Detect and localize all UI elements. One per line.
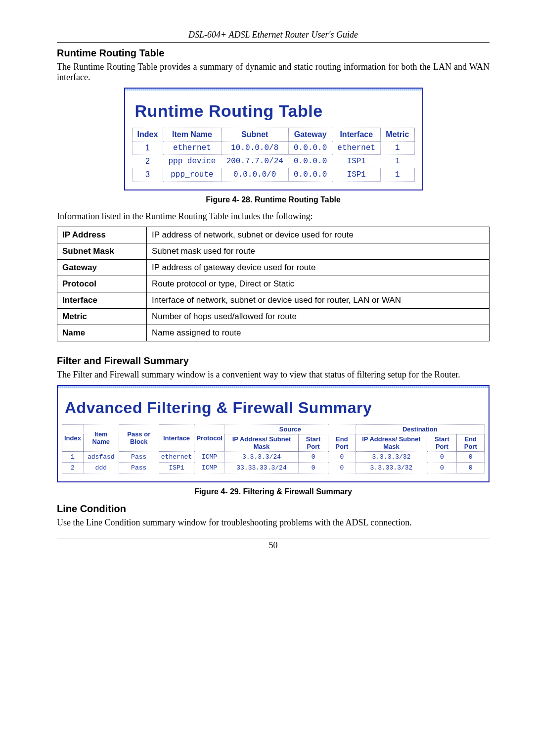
routing-cell: ISP1	[332, 155, 381, 168]
firewall-cell: 0	[457, 452, 485, 463]
routing-cell: 0.0.0.0	[288, 168, 332, 182]
definition-desc: Number of hops used/allowed for route	[147, 309, 490, 325]
page-number: 50	[57, 538, 490, 551]
firewall-cell: 0	[328, 452, 356, 463]
firewall-cell: ethernet	[159, 452, 194, 463]
fw-th-src-start: Start Port	[299, 434, 328, 452]
fw-th-dst-ip: IP Address/ Subnet Mask	[356, 434, 427, 452]
routing-row: 2ppp_device200.7.7.0/240.0.0.0ISP11	[132, 155, 414, 168]
firewall-cell: 2	[62, 463, 84, 473]
routing-th-interface: Interface	[332, 128, 381, 142]
definition-term: Name	[57, 325, 147, 341]
firewall-window: Advanced Filtering & Firewall Summary In…	[57, 385, 490, 482]
definition-row: ProtocolRoute protocol or type, Direct o…	[57, 276, 490, 292]
routing-cell: 1	[132, 142, 163, 155]
routing-window: Runtime Routing Table Index Item Name Su…	[124, 88, 423, 190]
routing-row: 3ppp_route0.0.0.0/00.0.0.0ISP11	[132, 168, 414, 182]
fw-th-src-ip: IP Address/ Subnet Mask	[224, 434, 298, 452]
fw-th-dst-end: End Port	[457, 434, 485, 452]
firewall-cell: 3.3.3.3/24	[224, 452, 298, 463]
fw-th-protocol: Protocol	[194, 425, 225, 452]
firewall-cell: Pass	[119, 452, 159, 463]
routing-cell: ppp_route	[163, 168, 221, 182]
firewall-cell: ICMP	[194, 452, 225, 463]
routing-cell: 0.0.0.0/0	[221, 168, 288, 182]
firewall-cell: ddd	[83, 463, 119, 473]
definition-row: MetricNumber of hops used/allowed for ro…	[57, 309, 490, 325]
routing-th-subnet: Subnet	[221, 128, 288, 142]
fw-th-index: Index	[62, 425, 84, 452]
definition-row: GatewayIP address of gateway device used…	[57, 260, 490, 276]
firewall-window-title: Advanced Filtering & Firewall Summary	[65, 399, 485, 417]
fw-th-pass-block: Pass or Block	[119, 425, 159, 452]
definition-desc: IP address of gateway device used for ro…	[147, 260, 490, 276]
firewall-cell: 0	[457, 463, 485, 473]
definition-term: Gateway	[57, 260, 147, 276]
firewall-cell: 1	[62, 452, 84, 463]
routing-cell: 0.0.0.0	[288, 155, 332, 168]
routing-header-row: Index Item Name Subnet Gateway Interface…	[132, 128, 414, 142]
routing-table: Index Item Name Subnet Gateway Interface…	[132, 128, 415, 182]
filter-heading: Filter and Firewall Summary	[57, 355, 490, 367]
routing-th-index: Index	[132, 128, 163, 142]
firewall-cell: 0	[427, 452, 457, 463]
definition-term: IP Address	[57, 227, 147, 243]
runtime-after-text: Information listed in the Runtime Routin…	[57, 211, 490, 222]
definition-row: Subnet MaskSubnet mask used for route	[57, 243, 490, 260]
firewall-cell: 0	[427, 463, 457, 473]
firewall-cell: 3.3.3.3/32	[356, 452, 427, 463]
routing-row: 1ethernet10.0.0.0/80.0.0.0ethernet1	[132, 142, 414, 155]
routing-cell: ppp_device	[163, 155, 221, 168]
routing-cell: ethernet	[332, 142, 381, 155]
routing-cell: 10.0.0.0/8	[221, 142, 288, 155]
figure-428-caption: Figure 4- 28. Runtime Routing Table	[57, 195, 490, 204]
fw-th-destination: Destination	[356, 425, 484, 434]
definition-row: NameName assigned to route	[57, 325, 490, 341]
runtime-routing-heading: Runtime Routing Table	[57, 47, 490, 59]
routing-cell: 3	[132, 168, 163, 182]
doc-header: DSL-604+ ADSL Ethernet Router User's Gui…	[57, 30, 490, 43]
routing-cell: 200.7.7.0/24	[221, 155, 288, 168]
definition-desc: Interface of network, subnet or device u…	[147, 292, 490, 309]
firewall-cell: 33.33.33.3/24	[224, 463, 298, 473]
routing-cell: 1	[381, 155, 414, 168]
firewall-cell: 0	[299, 452, 328, 463]
definition-desc: Route protocol or type, Direct or Static	[147, 276, 490, 292]
runtime-routing-intro: The Runtime Routing Table provides a sum…	[57, 62, 490, 83]
routing-th-metric: Metric	[381, 128, 414, 142]
fw-th-dst-start: Start Port	[427, 434, 457, 452]
routing-cell: ethernet	[163, 142, 221, 155]
firewall-row: 1adsfasdPassethernetICMP3.3.3.3/24003.3.…	[62, 452, 485, 463]
routing-th-gateway: Gateway	[288, 128, 332, 142]
definition-desc: IP address of network, subnet or device …	[147, 227, 490, 243]
line-condition-heading: Line Condition	[57, 503, 490, 515]
definition-term: Interface	[57, 292, 147, 309]
routing-cell: 0.0.0.0	[288, 142, 332, 155]
fw-th-interface: Interface	[159, 425, 194, 452]
routing-cell: ISP1	[332, 168, 381, 182]
definition-desc: Subnet mask used for route	[147, 243, 490, 260]
definition-term: Subnet Mask	[57, 243, 147, 260]
firewall-cell: Pass	[119, 463, 159, 473]
definition-table: IP AddressIP address of network, subnet …	[57, 227, 490, 341]
firewall-header-row-top: Index Item Name Pass or Block Interface …	[62, 425, 485, 434]
fw-th-item-name: Item Name	[83, 425, 119, 452]
firewall-cell: 3.3.33.3/32	[356, 463, 427, 473]
definition-row: IP AddressIP address of network, subnet …	[57, 227, 490, 243]
fw-th-src-end: End Port	[328, 434, 356, 452]
routing-window-title: Runtime Routing Table	[135, 101, 417, 121]
firewall-row: 2dddPassISP1ICMP33.33.33.3/24003.3.33.3/…	[62, 463, 485, 473]
definition-desc: Name assigned to route	[147, 325, 490, 341]
firewall-cell: 0	[299, 463, 328, 473]
routing-th-item-name: Item Name	[163, 128, 221, 142]
line-condition-intro: Use the Line Condition summary window fo…	[57, 518, 490, 528]
routing-cell: 2	[132, 155, 163, 168]
firewall-cell: ICMP	[194, 463, 225, 473]
definition-term: Metric	[57, 309, 147, 325]
definition-row: InterfaceInterface of network, subnet or…	[57, 292, 490, 309]
firewall-cell: adsfasd	[83, 452, 119, 463]
firewall-cell: 0	[328, 463, 356, 473]
firewall-cell: ISP1	[159, 463, 194, 473]
definition-term: Protocol	[57, 276, 147, 292]
firewall-table: Index Item Name Pass or Block Interface …	[62, 424, 485, 473]
